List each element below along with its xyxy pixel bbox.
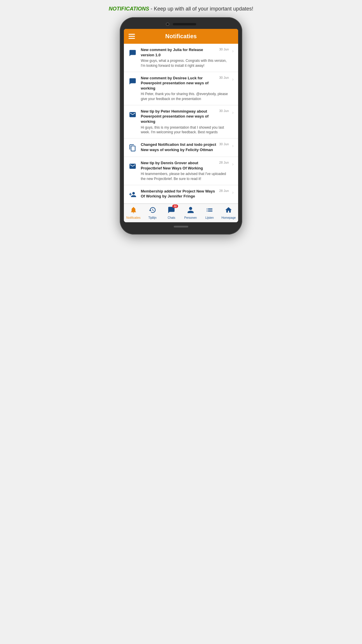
hamburger-line [129,34,135,35]
page-wrapper: NOTIFICATIONS - Keep up with all of your… [108,6,254,235]
home-nav-icon [225,206,232,216]
nav-badge: 32 [172,204,178,208]
notif-title: Changed Notification list and todo proje… [141,142,217,152]
notif-title: New tip by Dennis Grover about Projectbr… [141,160,217,171]
notif-icon-chat [127,48,138,58]
notif-date: 28 Jun [219,189,229,192]
nav-label-homepage: Homepage [222,216,236,219]
chevron-right-icon: › [231,77,235,82]
nav-label-chats: Chats [168,216,175,219]
notif-title: New tip by Peter Hemmingway about Powerp… [141,109,217,124]
phone-bottom-bar [124,226,238,228]
notif-content: Membership added for Project New Ways Of… [141,189,229,199]
list-nav-icon [206,206,213,216]
app-header: Notificaties [124,29,238,44]
notif-content: New tip by Peter Hemmingway about Powerp… [141,109,229,135]
notif-icon-user-plus [127,189,138,200]
top-banner: NOTIFICATIONS - Keep up with all of your… [109,6,253,12]
bell-nav-icon [130,206,137,216]
notif-content: New comment by Desiree Luck for Powerpoi… [141,76,229,102]
notification-item[interactable]: New tip by Dennis Grover about Projectbr… [124,157,238,185]
notif-title: Membership added for Project New Ways Of… [141,189,217,199]
notification-item[interactable]: Membership added for Project New Ways Of… [124,185,238,204]
notification-item[interactable]: New comment by Desiree Luck for Powerpoi… [124,72,238,105]
notif-content: New tip by Dennis Grover about Projectbr… [141,160,229,181]
notif-icon-chat [127,76,138,87]
banner-bold: NOTIFICATIONS [109,6,149,12]
notif-meta: Changed Notification list and todo proje… [141,142,229,152]
bottom-nav: Notificaties Tijdlijn 32 Chats Personen … [124,204,238,222]
chevron-right-icon: › [231,190,235,195]
phone-screen: Notificaties New comment by Julia for Re… [124,29,238,222]
notif-meta: New tip by Peter Hemmingway about Powerp… [141,109,229,124]
notif-body: Hi guys, this is my presentation that I … [141,125,229,135]
notif-content: Changed Notification list and todo proje… [141,142,229,152]
notif-body: Wow guys, what a progress. Congrats with… [141,58,229,68]
notif-meta: Membership added for Project New Ways Of… [141,189,229,199]
notif-icon-envelope [127,161,138,172]
hamburger-line [129,38,135,39]
hamburger-line [129,36,135,37]
nav-label-notificaties: Notificaties [126,216,140,219]
notif-date: 30 Jun [219,76,229,79]
chevron-right-icon: › [231,48,235,54]
notification-item[interactable]: New comment by Julia for Release version… [124,44,238,72]
phone-speaker [173,23,196,25]
chevron-right-icon: › [231,162,235,167]
notif-body: Hi teammembers, please be advised that I… [141,172,229,181]
notif-meta: New comment by Julia for Release version… [141,47,229,57]
app-title: Notificaties [140,33,233,40]
nav-item-homepage[interactable]: Homepage [221,206,237,219]
notif-body: Hi Peter, thank you for sharing this. @e… [141,92,229,102]
nav-item-tijdlijn[interactable]: Tijdlijn [144,206,160,219]
chevron-right-icon: › [231,143,235,148]
notif-meta: New tip by Dennis Grover about Projectbr… [141,160,229,171]
notif-title: New comment by Desiree Luck for Powerpoi… [141,76,217,91]
notif-date: 28 Jun [219,161,229,164]
history-nav-icon [149,206,156,216]
nav-item-chats[interactable]: 32 Chats [164,206,180,219]
notif-title: New comment by Julia for Release version… [141,47,217,57]
notification-item[interactable]: New tip by Peter Hemmingway about Powerp… [124,105,238,139]
notif-content: New comment by Julia for Release version… [141,47,229,68]
notif-icon-envelope [127,109,138,120]
nav-label-personen: Personen [184,216,197,219]
notif-date: 30 Jun [219,142,229,146]
banner-text: - Keep up with all of your important upd… [149,6,253,12]
nav-label-lijsten: Lijsten [205,216,214,219]
notification-list: New comment by Julia for Release version… [124,44,238,204]
phone-frame: Notificaties New comment by Julia for Re… [120,17,242,235]
hamburger-menu[interactable] [129,34,135,39]
phone-home-button [174,226,188,228]
chevron-right-icon: › [231,110,235,115]
nav-item-personen[interactable]: Personen [182,206,198,219]
notif-icon-copy [127,143,138,153]
chat-nav-icon: 32 [168,206,175,216]
notif-date: 30 Jun [219,48,229,51]
phone-top-bar [124,22,238,26]
notif-date: 30 Jun [219,109,229,113]
notif-meta: New comment by Desiree Luck for Powerpoi… [141,76,229,91]
notification-item[interactable]: Changed Notification list and todo proje… [124,139,238,157]
person-nav-icon [187,206,194,216]
nav-item-notificaties[interactable]: Notificaties [125,206,141,219]
phone-camera [166,22,169,26]
nav-item-lijsten[interactable]: Lijsten [201,206,217,219]
nav-label-tijdlijn: Tijdlijn [148,216,157,219]
